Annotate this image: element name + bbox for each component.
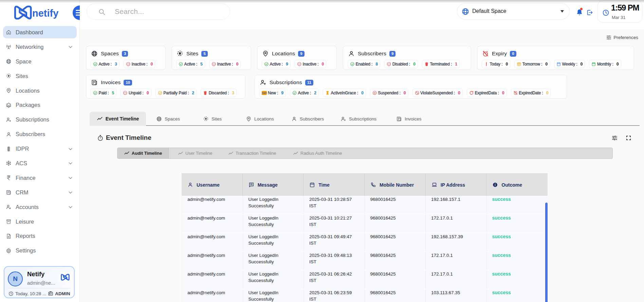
svg-text:netify: netify [32, 8, 58, 19]
